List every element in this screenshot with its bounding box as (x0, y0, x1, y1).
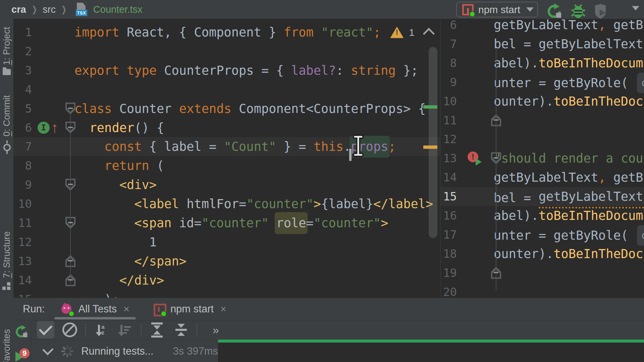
code-text[interactable]: import React, { Component } from "react"… (74, 23, 440, 42)
code-text[interactable]: ounter).toBeInTheDocu (494, 244, 644, 263)
sort-alphabetically-button[interactable]: az (93, 321, 110, 339)
npm-icon (462, 4, 474, 15)
collapse-all-button[interactable] (172, 321, 190, 339)
breadcrumb-file-name[interactable]: Counter.tsx (93, 4, 143, 15)
spinner-icon (60, 345, 74, 358)
debug-button[interactable] (570, 3, 587, 20)
tool-window-button-commit[interactable]: 0: Commit (0, 95, 13, 154)
run-tab-all-tests[interactable]: All Tests× (53, 298, 137, 320)
code-line[interactable]: 11 (441, 111, 644, 130)
chevron-down-icon[interactable] (42, 344, 53, 355)
code-line[interactable]: 10ounter).toBeInTheDocu (441, 92, 644, 111)
close-icon[interactable]: × (123, 303, 129, 315)
line-number: 13 (440, 149, 457, 168)
code-line[interactable]: 9unter = getByRole( co (441, 73, 644, 92)
structure-icon (2, 282, 11, 290)
code-text[interactable]: unter = getByRole( co (494, 225, 644, 246)
code-line[interactable]: 6I↑ render() { (13, 118, 440, 137)
breadcrumb-separator: ❯ (61, 4, 66, 15)
show-passed-button[interactable] (37, 321, 54, 339)
code-line[interactable]: 9 <div> (13, 175, 440, 194)
code-line[interactable]: 17unter = getByRole( co (441, 225, 644, 244)
breadcrumb-item[interactable]: cra (11, 4, 26, 15)
editor-scrollbar[interactable] (427, 19, 440, 298)
tool-window-button-favorites[interactable]: Favorites (0, 329, 13, 362)
rerun-button[interactable] (547, 3, 564, 20)
status-text: Running tests... (81, 345, 153, 357)
code-text[interactable]: ounter).toBeInTheDocu (494, 92, 644, 111)
scrollbar-thumb[interactable] (429, 47, 437, 238)
code-line[interactable]: 14getByLabelText, getBy (441, 168, 644, 187)
code-text[interactable]: ); (74, 290, 119, 298)
run-configuration-select[interactable]: npm start (456, 2, 538, 17)
code-text[interactable]: getByLabelText, getBy (494, 168, 644, 187)
code-text[interactable]: bel = getByLabelText( (494, 35, 644, 54)
code-text[interactable]: abel).toBeInTheDocume (494, 54, 644, 73)
sort-by-duration-button[interactable] (117, 321, 134, 339)
code-text[interactable]: <span id="counter" role="counter"> (74, 214, 388, 233)
code-line[interactable]: 1import React, { Component } from "react… (13, 23, 440, 42)
show-ignored-button[interactable] (61, 321, 78, 339)
override-marker-icon[interactable]: I↑ (38, 122, 58, 134)
toolbar-separator (85, 323, 86, 336)
test-failed-run-icon[interactable]: ! (468, 152, 482, 166)
code-line[interactable]: 7bel = getByLabelText( (441, 35, 644, 54)
code-text[interactable]: <div> (74, 175, 157, 194)
code-line[interactable]: 15bel = getByLabelText( (441, 187, 644, 206)
line-number: 12 (13, 233, 32, 252)
code-text[interactable]: unter = getByRole( co (494, 73, 644, 93)
code-text[interactable]: const { label = "Count" } = this.props; (74, 137, 396, 156)
code-line[interactable]: 13!"should render a cou (441, 149, 644, 168)
close-icon[interactable]: × (220, 303, 226, 315)
line-number: 14 (13, 271, 32, 290)
code-text[interactable]: </div> (74, 271, 164, 290)
code-line[interactable]: 6getByLabelText, getBy (441, 19, 644, 35)
code-line[interactable]: 11 <span id="counter" role="counter"> (13, 214, 440, 233)
run-side-toolbar: 9 (13, 320, 31, 362)
run-tab-npm-start[interactable]: npm start× (146, 298, 234, 320)
code-line[interactable]: 15 ); (13, 290, 440, 298)
code-line[interactable]: 3export type CounterProps = { label?: st… (13, 61, 440, 80)
code-line[interactable]: 8abel).toBeInTheDocume (441, 54, 644, 73)
more-actions-button[interactable]: » (213, 323, 219, 337)
code-line[interactable]: 2 (13, 42, 440, 61)
code-text[interactable]: 1 (74, 233, 157, 252)
run-with-coverage-button[interactable] (592, 3, 609, 20)
rerun-tests-button[interactable] (15, 324, 29, 339)
breadcrumb-item[interactable]: src (43, 4, 56, 15)
code-text[interactable]: "should render a cou (494, 149, 643, 168)
code-line[interactable]: 18ounter).toBeInTheDocu (441, 244, 644, 263)
rerun-failed-tests-button[interactable]: 9 (15, 348, 30, 362)
toolbar-overflow-button[interactable] (631, 6, 639, 10)
code-line[interactable]: 4 (13, 80, 440, 99)
code-text[interactable]: export type CounterProps = { label?: str… (74, 61, 418, 80)
code-line[interactable]: 7 const { label = "Count" } = this.props… (13, 137, 440, 156)
code-text[interactable]: abel).toBeInTheDocume (494, 206, 644, 225)
tool-window-button-structure[interactable]: 7: Structure (0, 231, 13, 290)
code-line[interactable]: 13 </span> (13, 252, 440, 271)
code-line[interactable]: 14 </div> (13, 271, 440, 290)
tool-window-button-project[interactable]: 1: Project (0, 27, 13, 75)
editor-counter-tsx[interactable]: 1import React, { Component } from "react… (13, 19, 440, 298)
line-number: 7 (440, 35, 457, 54)
code-line[interactable]: 16abel).toBeInTheDocume (441, 206, 644, 225)
code-line[interactable]: 10 <label htmlFor="counter">{label}</lab… (13, 194, 440, 214)
code-line[interactable]: 5class Counter extends Component<Counter… (13, 99, 440, 118)
test-console[interactable] (218, 340, 644, 362)
code-line[interactable]: 8 return ( (13, 156, 440, 175)
warning-icon (390, 27, 404, 38)
expand-all-button[interactable] (148, 321, 166, 339)
code-line[interactable]: 12 1 (13, 233, 440, 252)
code-text[interactable]: </span> (74, 252, 186, 271)
code-line[interactable]: 19 (441, 263, 644, 283)
code-text[interactable]: class Counter extends Component<CounterP… (74, 99, 426, 118)
code-text[interactable]: bel = getByLabelText( (494, 187, 644, 208)
code-text[interactable]: getByLabelText, getBy (494, 19, 644, 35)
editor-counter-test[interactable]: 6getByLabelText, getBy7bel = getByLabelT… (440, 19, 644, 298)
code-text[interactable]: render() { (74, 118, 164, 137)
line-number: 14 (440, 168, 457, 187)
code-text[interactable]: return ( (74, 156, 164, 175)
code-line[interactable]: 12 (441, 130, 644, 149)
code-line[interactable]: 20 (441, 283, 644, 298)
code-text[interactable]: <label htmlFor="counter">{label}</label> (74, 194, 433, 214)
